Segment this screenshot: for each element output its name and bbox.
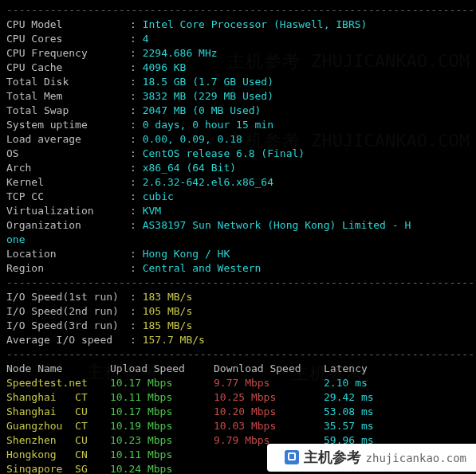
sysinfo-value: 157.7 MB/s (143, 334, 205, 346)
sysinfo-label: Kernel (6, 175, 130, 190)
sysinfo-label: CPU Cores (6, 32, 130, 46)
sysinfo-label: Organization (6, 218, 130, 233)
sysinfo-label: Average I/O speed (6, 333, 130, 347)
sysinfo-value: CentOS release 6.8 (Final) (143, 147, 305, 159)
sysinfo-label: I/O Speed(1st run) (6, 290, 130, 304)
sysinfo-label: System uptime (6, 118, 130, 132)
sysinfo-row: Arch: x86_64 (64 Bit) (6, 161, 470, 175)
sysinfo-value: cubic (143, 190, 174, 202)
upload-speed: 10.11 Mbps (110, 390, 214, 405)
node-name: Shanghai CT (6, 390, 110, 405)
sysinfo-value: Intel Core Processor (Haswell, IBRS) (143, 18, 368, 30)
overlay-name: 主机参考 (304, 449, 361, 465)
sysinfo-row: Kernel: 2.6.32-642.el6.x86_64 (6, 175, 470, 190)
download-speed: 10.20 Mbps (214, 405, 324, 419)
sysinfo-value: 0 days, 0 hour 15 min (143, 119, 273, 131)
latency: 35.57 ms (324, 419, 374, 433)
sysinfo-label: Total Swap (6, 104, 130, 118)
sysinfo-label: Total Disk (6, 75, 130, 89)
speed-row: Guangzhou CT10.19 Mbps10.03 Mbps35.57 ms (6, 419, 470, 433)
speed-header: Node NameUpload SpeedDownload SpeedLaten… (6, 362, 470, 376)
sysinfo-value: 18.5 GB (1.7 GB Used) (143, 76, 273, 88)
terminal-output: 主机参考 ZHUJICANKAO.COM 主机参考 ZHUJICANKAO.CO… (0, 0, 476, 474)
sysinfo-label: Total Mem (6, 89, 130, 104)
download-speed: 10.25 Mbps (214, 390, 324, 405)
sysinfo-row: Average I/O speed: 157.7 MB/s (6, 333, 470, 347)
logo-icon (285, 450, 299, 464)
sysinfo-label: Region (6, 261, 130, 276)
sysinfo-row: Load average: 0.00, 0.09, 0.18 (6, 132, 470, 147)
sysinfo-overflow: one (6, 233, 470, 247)
sysinfo-value: 2047 MB (0 MB Used) (143, 104, 262, 116)
sysinfo-row: I/O Speed(3rd run): 185 MB/s (6, 319, 470, 333)
sysinfo-value: Hong Kong / HK (143, 248, 230, 260)
sysinfo-label: CPU Frequency (6, 46, 130, 61)
upload-speed: 10.24 Mbps (110, 462, 214, 474)
sysinfo-value: x86_64 (64 Bit) (143, 162, 236, 174)
sysinfo-label: TCP CC (6, 190, 130, 204)
sysinfo-value: Central and Western (143, 262, 262, 274)
sysinfo-label: OS (6, 147, 130, 161)
col-upload: Upload Speed (110, 362, 214, 376)
sysinfo-label: Arch (6, 161, 130, 175)
node-name: Hongkong CN (6, 448, 110, 462)
divider: ----------------------------------------… (6, 276, 470, 290)
latency: 2.10 ms (324, 376, 368, 390)
sysinfo-value: 3832 MB (229 MB Used) (143, 90, 273, 102)
sysinfo-value: 185 MB/s (143, 319, 193, 331)
node-name: Singapore SG (6, 462, 110, 474)
sysinfo-row: Location: Hong Kong / HK (6, 247, 470, 261)
sysinfo-row: OS: CentOS release 6.8 (Final) (6, 147, 470, 161)
sysinfo-row: CPU Frequency: 2294.686 MHz (6, 46, 470, 61)
col-download: Download Speed (214, 362, 324, 376)
sysinfo-label: CPU Model (6, 18, 130, 32)
sysinfo-row: System uptime: 0 days, 0 hour 15 min (6, 118, 470, 132)
sysinfo-value: KVM (143, 205, 161, 217)
col-node: Node Name (6, 362, 110, 376)
sysinfo-row: Region: Central and Western (6, 261, 470, 276)
sysinfo-row: Virtualization: KVM (6, 204, 470, 218)
sysinfo-row: CPU Cores: 4 (6, 32, 470, 46)
sysinfo-row: Total Mem: 3832 MB (229 MB Used) (6, 89, 470, 104)
sysinfo-label: I/O Speed(2nd run) (6, 304, 130, 319)
sysinfo-row: I/O Speed(1st run): 183 MB/s (6, 290, 470, 304)
sysinfo-row: CPU Cache: 4096 KB (6, 61, 470, 75)
sysinfo-label: CPU Cache (6, 61, 130, 75)
sysinfo-value: 2.6.32-642.el6.x86_64 (143, 176, 273, 188)
node-name: Shanghai CU (6, 405, 110, 419)
speed-row: Shanghai CU10.17 Mbps10.20 Mbps53.08 ms (6, 405, 470, 419)
sysinfo-row: CPU Model: Intel Core Processor (Haswell… (6, 18, 470, 32)
sysinfo-value: 4096 KB (143, 61, 187, 73)
latency: 53.08 ms (324, 405, 374, 419)
watermark-overlay: 主机参考zhujicankao.com (267, 444, 476, 472)
upload-speed: 10.17 Mbps (110, 376, 214, 390)
upload-speed: 10.11 Mbps (110, 448, 214, 462)
speed-row: Speedtest.net10.17 Mbps9.77 Mbps2.10 ms (6, 376, 470, 390)
sysinfo-label: I/O Speed(3rd run) (6, 319, 130, 333)
sysinfo-value: 105 MB/s (143, 305, 193, 317)
sysinfo-value: 0.00, 0.09, 0.18 (143, 133, 242, 145)
sysinfo-row: TCP CC: cubic (6, 190, 470, 204)
download-speed: 9.77 Mbps (214, 376, 324, 390)
divider: ----------------------------------------… (6, 3, 470, 18)
upload-speed: 10.19 Mbps (110, 419, 214, 433)
sysinfo-row: Total Disk: 18.5 GB (1.7 GB Used) (6, 75, 470, 89)
speed-row: Shanghai CT10.11 Mbps10.25 Mbps29.42 ms (6, 390, 470, 405)
upload-speed: 10.23 Mbps (110, 433, 214, 448)
sysinfo-row: I/O Speed(2nd run): 105 MB/s (6, 304, 470, 319)
sysinfo-label: Location (6, 247, 130, 261)
node-name: Guangzhou CT (6, 419, 110, 433)
sysinfo-row: Total Swap: 2047 MB (0 MB Used) (6, 104, 470, 118)
sysinfo-value: 4 (143, 33, 149, 45)
sysinfo-value: 183 MB/s (143, 291, 193, 303)
node-name: Speedtest.net (6, 376, 110, 390)
sysinfo-label: Load average (6, 132, 130, 147)
divider: ----------------------------------------… (6, 347, 470, 362)
latency: 29.42 ms (324, 390, 374, 405)
sysinfo-value: 2294.686 MHz (143, 47, 218, 59)
col-latency: Latency (324, 362, 368, 376)
upload-speed: 10.17 Mbps (110, 405, 214, 419)
sysinfo-row: Organization: AS38197 Sun Network (Hong … (6, 218, 470, 233)
overlay-domain: zhujicankao.com (366, 452, 466, 464)
download-speed: 10.03 Mbps (214, 419, 324, 433)
